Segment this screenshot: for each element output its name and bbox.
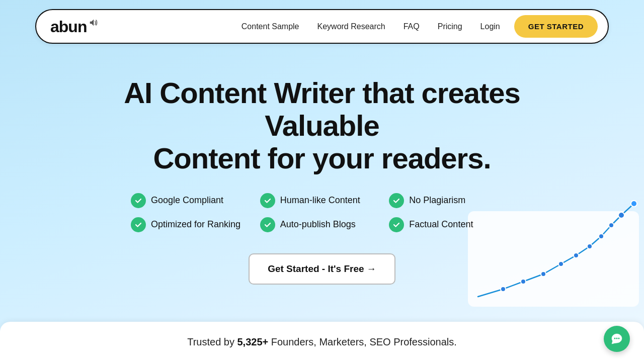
- navbar: abun Content Sample Keyword Research FAQ…: [35, 9, 609, 44]
- feature-label-no-plagiarism: No Plagiarism: [409, 195, 465, 206]
- logo: abun: [50, 19, 99, 35]
- feature-label-google-compliant: Google Compliant: [151, 195, 223, 206]
- nav-faq[interactable]: FAQ: [404, 22, 420, 31]
- check-icon-4: [131, 217, 146, 232]
- nav-keyword-research[interactable]: Keyword Research: [317, 22, 385, 31]
- trusted-count: 5,325+: [237, 336, 268, 347]
- get-started-cta-button[interactable]: Get Started - It's Free →: [249, 253, 395, 285]
- nav-links: Content Sample Keyword Research FAQ Pric…: [242, 22, 500, 31]
- feature-google-compliant: Google Compliant: [131, 193, 255, 208]
- feature-human-like: Human-like Content: [260, 193, 384, 208]
- bottom-bar: Trusted by 5,325+ Founders, Marketers, S…: [0, 322, 644, 362]
- feature-optimized-ranking: Optimized for Ranking: [131, 217, 255, 232]
- hero-section: AI Content Writer that creates ValuableC…: [0, 53, 644, 285]
- svg-point-1: [501, 287, 506, 292]
- svg-point-13: [618, 338, 620, 339]
- feature-label-factual-content: Factual Content: [409, 219, 473, 230]
- logo-text: abun: [50, 19, 87, 35]
- trusted-text-before: Trusted by: [187, 336, 237, 347]
- feature-no-plagiarism: No Plagiarism: [389, 193, 513, 208]
- nav-login[interactable]: Login: [480, 22, 500, 31]
- check-icon-3: [389, 193, 404, 208]
- trusted-text: Trusted by 5,325+ Founders, Marketers, S…: [187, 336, 457, 348]
- feature-label-auto-publish: Auto-publish Blogs: [280, 219, 356, 230]
- check-icon-5: [260, 217, 275, 232]
- feature-auto-publish: Auto-publish Blogs: [260, 217, 384, 232]
- svg-point-11: [614, 338, 616, 339]
- svg-point-12: [616, 338, 618, 339]
- hero-title: AI Content Writer that creates ValuableC…: [96, 77, 548, 175]
- check-icon-1: [131, 193, 146, 208]
- trusted-text-after: Founders, Marketers, SEO Professionals.: [268, 336, 457, 347]
- nav-pricing[interactable]: Pricing: [438, 22, 462, 31]
- chat-bubble-button[interactable]: [604, 326, 630, 352]
- sound-icon: [90, 19, 99, 26]
- nav-content-sample[interactable]: Content Sample: [242, 22, 299, 31]
- feature-factual-content: Factual Content: [389, 217, 513, 232]
- check-icon-6: [389, 217, 404, 232]
- feature-label-optimized-ranking: Optimized for Ranking: [151, 219, 240, 230]
- check-icon-2: [260, 193, 275, 208]
- get-started-nav-button[interactable]: GET STARTED: [514, 15, 598, 38]
- feature-label-human-like: Human-like Content: [280, 195, 360, 206]
- features-grid: Google Compliant Human-like Content No P…: [131, 193, 513, 232]
